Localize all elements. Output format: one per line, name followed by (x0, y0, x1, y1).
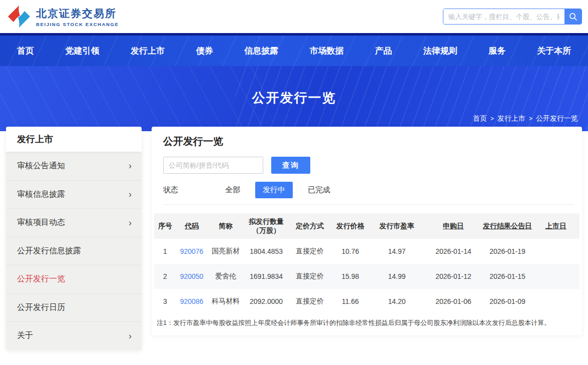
col-header-subscription-date[interactable]: 申购日 (424, 213, 482, 239)
breadcrumb-separator: > (490, 115, 494, 122)
logo[interactable]: 北京证券交易所 BEIJING STOCK EXCHANGE (7, 5, 119, 29)
col-header-code[interactable]: 代码 (176, 213, 207, 239)
chevron-right-icon: › (129, 218, 132, 227)
main-panel: 公开发行一览 查询 状态 全部 发行中 已完成 (152, 127, 582, 335)
cell-issue-price: 10.76 (331, 239, 369, 264)
sidebar-item-public-offering-calendar[interactable]: 公开发行日历 (6, 293, 142, 322)
company-search-row: 查询 (163, 157, 574, 174)
sidebar-item-public-offering-list[interactable]: 公开发行一览 (6, 265, 142, 293)
sidebar-item-label: 审核公告通知 (17, 161, 65, 171)
bse-logo-icon (7, 5, 31, 29)
company-search-input[interactable] (163, 157, 263, 174)
cell-planned-shares: 1804.4853 (244, 239, 288, 264)
main-nav: 首页 党建引领 发行上市 债券 信息披露 市场数据 产品 法律规则 服务 关于本… (0, 33, 588, 66)
nav-item-listing[interactable]: 发行上市 (129, 42, 167, 60)
cell-result-announcement-date: 2026-01-09 (482, 289, 532, 314)
nav-item-party-building[interactable]: 党建引领 (64, 42, 102, 60)
sidebar-title: 发行上市 (6, 127, 142, 152)
offerings-table-wrapper: 序号 代码 简称 拟发行数量（万股） 定价方式 发行价格 发行市盈率 申购日 发… (154, 213, 579, 314)
cell-pe-ratio: 14.20 (369, 289, 424, 314)
offerings-table: 序号 代码 简称 拟发行数量（万股） 定价方式 发行价格 发行市盈率 申购日 发… (154, 213, 579, 314)
query-button[interactable]: 查询 (271, 157, 310, 174)
chevron-right-icon: › (129, 190, 132, 199)
breadcrumb: 首页>发行上市>公开发行一览 (473, 114, 578, 123)
logo-title-en: BEIJING STOCK EXCHANGE (36, 22, 119, 27)
stock-code-link[interactable]: 920076 (176, 239, 207, 264)
col-header-pe-ratio: 发行市盈率 (369, 213, 424, 239)
stock-code-link[interactable]: 920050 (176, 264, 207, 289)
cell-subscription-date: 2026-01-12 (424, 264, 482, 289)
cell-index: 1 (154, 239, 176, 264)
col-header-listing-date[interactable]: 上市日 (532, 213, 579, 239)
search-icon (568, 12, 577, 21)
table-row: 2 920050 爱舍伦 1691.9834 直接定价 15.98 14.99 … (154, 264, 579, 289)
sidebar-item-label: 公开发行信息披露 (17, 246, 81, 256)
nav-item-about-exchange[interactable]: 关于本所 (535, 42, 573, 60)
cell-listing-date (532, 239, 579, 264)
cell-short-name: 国亮新材 (207, 239, 244, 264)
cell-index: 3 (154, 289, 176, 314)
status-option-all[interactable]: 全部 (224, 182, 241, 198)
chevron-right-icon: › (129, 331, 132, 340)
cell-pricing-method: 直接定价 (288, 239, 331, 264)
status-option-completed[interactable]: 已完成 (307, 182, 331, 198)
site-search-input[interactable] (443, 9, 564, 24)
cell-listing-date (532, 264, 579, 289)
sidebar-item-audit-announcements[interactable]: 审核公告通知 › (6, 152, 142, 180)
status-option-issuing[interactable]: 发行中 (255, 182, 293, 198)
nav-item-products[interactable]: 产品 (373, 42, 394, 60)
banner-title: 公开发行一览 (0, 66, 588, 107)
breadcrumb-home[interactable]: 首页 (473, 114, 487, 122)
sidebar-items: 审核公告通知 › 审核信息披露 › 审核项目动态 › 公开发行信息披露 公开发行… (6, 152, 142, 350)
nav-item-home[interactable]: 首页 (15, 42, 36, 60)
page: 北京证券交易所 BEIJING STOCK EXCHANGE 首页 党建引领 发… (0, 0, 588, 365)
col-header-issue-price: 发行价格 (331, 213, 369, 239)
logo-text: 北京证券交易所 BEIJING STOCK EXCHANGE (36, 7, 119, 27)
status-filter-label: 状态 (163, 185, 178, 195)
banner: 公开发行一览 首页>发行上市>公开发行一览 (0, 66, 588, 131)
cell-planned-shares: 1691.9834 (244, 264, 288, 289)
col-header-result-announcement-date[interactable]: 发行结果公告日 (482, 213, 532, 239)
nav-item-bonds[interactable]: 债券 (194, 42, 215, 60)
col-header-index: 序号 (154, 213, 176, 239)
breadcrumb-listing[interactable]: 发行上市 (497, 114, 525, 122)
cell-issue-price: 11.66 (331, 289, 369, 314)
cell-subscription-date: 2026-01-06 (424, 289, 482, 314)
cell-pricing-method: 直接定价 (288, 289, 331, 314)
col-header-pricing-method: 定价方式 (288, 213, 331, 239)
cell-result-announcement-date: 2026-01-15 (482, 264, 532, 289)
cell-issue-price: 15.98 (331, 264, 369, 289)
nav-item-services[interactable]: 服务 (486, 42, 507, 60)
sidebar-item-label: 公开发行一览 (17, 274, 65, 284)
stock-code-link[interactable]: 920086 (176, 289, 207, 314)
col-header-planned-shares: 拟发行数量（万股） (244, 213, 288, 239)
content-area: 发行上市 审核公告通知 › 审核信息披露 › 审核项目动态 › 公开发行信息披露 (0, 127, 588, 350)
sidebar-item-label: 审核信息披露 (17, 189, 65, 200)
sidebar-item-public-offering-disclosure[interactable]: 公开发行信息披露 (6, 237, 142, 265)
chevron-right-icon: › (129, 161, 132, 170)
sidebar-item-audit-project-status[interactable]: 审核项目动态 › (6, 208, 142, 237)
cell-planned-shares: 2092.0000 (244, 289, 288, 314)
cell-subscription-date: 2026-01-14 (424, 239, 482, 264)
site-search (443, 9, 582, 25)
table-row: 3 920086 科马材料 2092.0000 直接定价 11.66 14.20… (154, 289, 579, 314)
nav-item-market-data[interactable]: 市场数据 (308, 42, 346, 60)
table-row: 1 920076 国亮新材 1804.4853 直接定价 10.76 14.97… (154, 239, 579, 264)
sidebar-item-label: 审核项目动态 (17, 217, 65, 228)
status-options: 全部 发行中 已完成 (224, 182, 331, 198)
cell-pricing-method: 直接定价 (288, 264, 331, 289)
table-header-row: 序号 代码 简称 拟发行数量（万股） 定价方式 发行价格 发行市盈率 申购日 发… (154, 213, 579, 239)
nav-item-info-disclosure[interactable]: 信息披露 (242, 42, 280, 60)
sidebar: 发行上市 审核公告通知 › 审核信息披露 › 审核项目动态 › 公开发行信息披露 (6, 127, 142, 350)
cell-listing-date (532, 289, 579, 314)
logo-title-cn: 北京证券交易所 (36, 7, 119, 21)
cell-index: 2 (154, 264, 176, 289)
footnote: 注1：发行市盈率中每股收益按照上年度经会计师事务所审计的扣除非经常性损益后归属于… (157, 318, 574, 328)
cell-pe-ratio: 14.97 (369, 239, 424, 264)
sidebar-item-audit-info-disclosure[interactable]: 审核信息披露 › (6, 180, 142, 209)
sidebar-item-about[interactable]: 关于 › (6, 321, 142, 350)
breadcrumb-separator: > (529, 115, 532, 122)
site-search-button[interactable] (564, 9, 581, 24)
sidebar-item-label: 公开发行日历 (17, 302, 65, 313)
nav-item-legal-rules[interactable]: 法律规则 (421, 42, 459, 60)
